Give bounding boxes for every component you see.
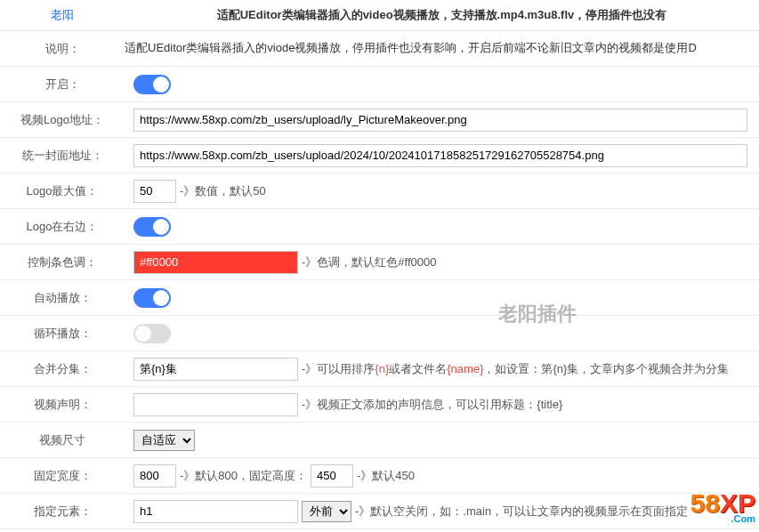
label-fixed-width: 固定宽度： xyxy=(0,459,125,493)
label-statement: 视频声明： xyxy=(0,388,125,422)
input-logo-max[interactable] xyxy=(133,180,176,203)
toggle-loop[interactable] xyxy=(133,324,171,343)
toggle-logo-right[interactable] xyxy=(133,217,171,237)
label-logo-right: Logo在右边： xyxy=(0,210,125,244)
desc-text: 适配UEditor类编辑器插入的viode视频播放，停用插件也没有影响，开启后前… xyxy=(125,32,759,65)
label-desc: 说明： xyxy=(0,32,125,66)
hint-logo-max: -》数值，默认50 xyxy=(180,183,266,199)
label-size: 视频尺寸 xyxy=(0,423,125,457)
hint-fixed-width: -》默认800，固定高度： xyxy=(180,468,307,484)
author-name: 老阳 xyxy=(0,0,125,30)
hint-target: -》默认空关闭，如：.main，可以让文章内的视频显示在页面指定 xyxy=(355,504,688,520)
label-target: 指定元素： xyxy=(0,495,125,528)
input-logo-url[interactable] xyxy=(133,109,747,132)
toggle-enable[interactable] xyxy=(133,75,171,94)
label-control-color: 控制条色调： xyxy=(0,246,125,279)
input-cover-url[interactable] xyxy=(133,144,747,167)
label-merge-ep: 合并分集： xyxy=(0,352,125,386)
input-fixed-width[interactable] xyxy=(133,464,176,488)
toggle-autoplay[interactable] xyxy=(133,288,171,308)
label-logo-url: 视频Logo地址： xyxy=(0,103,125,137)
label-cover-url: 统一封面地址： xyxy=(0,139,125,173)
label-loop: 循环播放： xyxy=(0,317,125,351)
input-control-color[interactable] xyxy=(133,251,298,274)
page-title: 适配UEditor类编辑器插入的video视频播放，支持播放.mp4.m3u8.… xyxy=(125,0,759,30)
label-enable: 开启： xyxy=(0,68,125,101)
hint-control-color: -》色调，默认红色#ff0000 xyxy=(302,254,436,270)
select-target-pos[interactable]: 外前 xyxy=(302,501,351,522)
input-statement[interactable] xyxy=(133,393,298,416)
label-logo-max: Logo最大值： xyxy=(0,174,125,208)
hint-statement: -》视频正文添加的声明信息，可以引用标题：{title} xyxy=(302,397,562,413)
hint-fixed-height: -》默认450 xyxy=(357,468,415,484)
input-fixed-height[interactable] xyxy=(311,464,353,488)
select-size[interactable]: 自适应 xyxy=(133,430,195,451)
hint-merge-ep: -》可以用排序{n}或者文件名{name}，如设置：第{n}集，文章内多个视频合… xyxy=(302,361,729,377)
input-target[interactable] xyxy=(133,500,298,523)
label-autoplay: 自动播放： xyxy=(0,281,125,315)
input-merge-ep[interactable] xyxy=(133,358,298,381)
